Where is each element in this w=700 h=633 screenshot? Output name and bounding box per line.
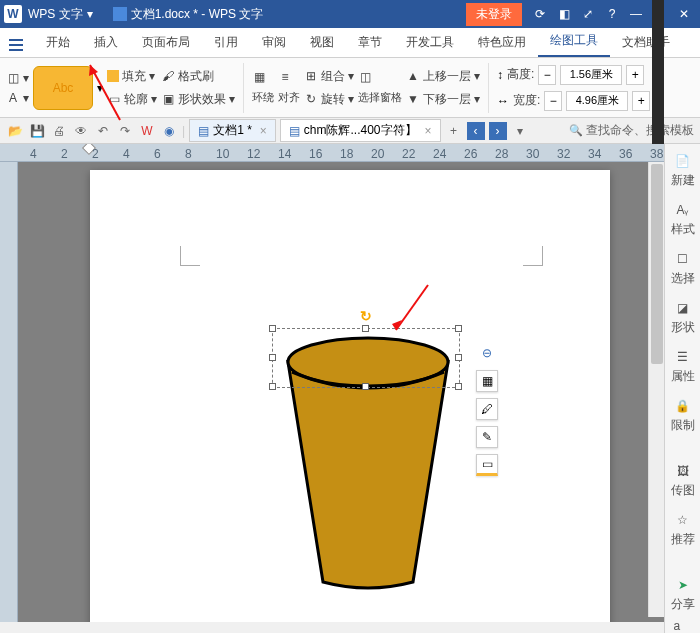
tab-page-layout[interactable]: 页面布局: [130, 28, 202, 57]
side-share[interactable]: ➤分享: [671, 576, 695, 613]
selection-handle[interactable]: [269, 354, 276, 361]
recommend-icon: ☆: [674, 511, 692, 529]
selection-box[interactable]: [272, 328, 460, 388]
float-outline-icon[interactable]: ✎: [476, 426, 498, 448]
shape-effect-button[interactable]: ▣形状效果 ▾: [161, 91, 235, 108]
minimize-button[interactable]: —: [624, 4, 648, 24]
side-recommend[interactable]: ☆推荐: [671, 511, 695, 548]
tab-references[interactable]: 引用: [202, 28, 250, 57]
shape-style-preview[interactable]: Abc: [33, 66, 93, 110]
height-increase-button[interactable]: +: [626, 65, 644, 85]
style-more-icon[interactable]: ▾: [97, 81, 103, 95]
qat-redo-icon[interactable]: ↷: [116, 122, 134, 140]
doc-tab-1[interactable]: ▤ 文档1 * ×: [189, 119, 276, 142]
qat-cloud-icon[interactable]: ◉: [160, 122, 178, 140]
document-icon: [113, 7, 127, 21]
side-select[interactable]: ☐选择: [671, 250, 695, 287]
expand-icon[interactable]: ⤢: [576, 4, 600, 24]
qat-undo-icon[interactable]: ↶: [94, 122, 112, 140]
doc-tab-2[interactable]: ▤ chm陈辉...400字符】 ×: [280, 119, 441, 142]
add-tab-button[interactable]: +: [445, 122, 463, 140]
align-button[interactable]: ≡: [278, 70, 300, 84]
file-menu-button[interactable]: [4, 33, 28, 57]
app-dropdown-icon[interactable]: ▾: [87, 7, 93, 21]
text-box-button[interactable]: A▾: [6, 91, 29, 105]
scrollbar-thumb[interactable]: [651, 164, 663, 364]
float-fill-icon[interactable]: 🖊: [476, 398, 498, 420]
qat-preview-icon[interactable]: 👁: [72, 122, 90, 140]
height-icon: ↕: [497, 68, 503, 82]
selection-handle[interactable]: [455, 354, 462, 361]
qat-print-icon[interactable]: 🖨: [50, 122, 68, 140]
tab-insert[interactable]: 插入: [82, 28, 130, 57]
selection-handle[interactable]: [362, 325, 369, 332]
height-decrease-button[interactable]: −: [538, 65, 556, 85]
width-icon: ↔: [497, 94, 509, 108]
side-properties[interactable]: ☰属性: [671, 348, 695, 385]
vertical-ruler[interactable]: [0, 162, 18, 622]
qat-save-icon[interactable]: 💾: [28, 122, 46, 140]
backward-icon: ▼: [406, 92, 420, 106]
rotate-handle[interactable]: ↻: [360, 308, 372, 324]
close-tab-icon[interactable]: ×: [425, 124, 432, 138]
selection-handle[interactable]: [455, 325, 462, 332]
rotate-icon: ↻: [304, 92, 318, 106]
tab-nav-left[interactable]: ‹: [467, 122, 485, 140]
tab-start[interactable]: 开始: [34, 28, 82, 57]
selection-handle[interactable]: [269, 325, 276, 332]
sync-icon[interactable]: ⟳: [528, 4, 552, 24]
side-legend[interactable]: 🖼传图: [671, 462, 695, 499]
tab-nav-right[interactable]: ›: [489, 122, 507, 140]
width-increase-button[interactable]: +: [632, 91, 650, 111]
login-badge[interactable]: 未登录: [466, 3, 522, 26]
float-wrap-icon[interactable]: ▦: [476, 370, 498, 392]
side-styles[interactable]: Aᵧ样式: [671, 201, 695, 238]
selection-handle[interactable]: [362, 383, 369, 390]
search-box[interactable]: 🔍 查找命令、搜索模板: [569, 122, 694, 139]
close-button[interactable]: ✕: [672, 4, 696, 24]
text-box-icon: A: [6, 91, 20, 105]
tab-chapter[interactable]: 章节: [346, 28, 394, 57]
tab-drawing-tools[interactable]: 绘图工具: [538, 26, 610, 57]
group-button[interactable]: ⊞组合 ▾: [304, 68, 354, 85]
selection-handle[interactable]: [269, 383, 276, 390]
float-effect-icon[interactable]: ▭: [476, 454, 498, 476]
fill-button[interactable]: 填充 ▾: [107, 68, 157, 85]
side-translate[interactable]: a中翻译: [671, 625, 695, 633]
outline-button[interactable]: ▭轮廓 ▾: [107, 91, 157, 108]
side-new[interactable]: 📄新建: [671, 152, 695, 189]
horizontal-ruler[interactable]: 422468101214161820222426283032343638: [0, 144, 700, 162]
skin-icon[interactable]: ◧: [552, 4, 576, 24]
send-backward-button[interactable]: ▼下移一层 ▾: [406, 91, 480, 108]
width-input[interactable]: [566, 91, 628, 111]
bring-forward-button[interactable]: ▲上移一层 ▾: [406, 68, 480, 85]
tab-doc-helper[interactable]: 文档助手: [610, 28, 682, 57]
layout-options-icon[interactable]: ⊖: [476, 342, 498, 364]
vertical-scrollbar[interactable]: [648, 162, 664, 617]
qat-wps-icon[interactable]: W: [138, 122, 156, 140]
tab-list-button[interactable]: ▾: [511, 122, 529, 140]
qat-open-icon[interactable]: 📂: [6, 122, 24, 140]
height-input[interactable]: [560, 65, 622, 85]
document-canvas[interactable]: ↻ ⊖ ▦ 🖊 ✎ ▭: [18, 162, 700, 622]
ruler-tick: 10: [216, 147, 229, 161]
side-limit[interactable]: 🔒限制: [671, 397, 695, 434]
format-painter-button[interactable]: 🖌格式刷: [161, 68, 235, 85]
ruler-tick: 18: [340, 147, 353, 161]
tab-special[interactable]: 特色应用: [466, 28, 538, 57]
side-shape[interactable]: ◪形状: [671, 299, 695, 336]
width-decrease-button[interactable]: −: [544, 91, 562, 111]
close-tab-icon[interactable]: ×: [260, 124, 267, 138]
selection-handle[interactable]: [455, 383, 462, 390]
selection-pane-button[interactable]: ◫: [358, 70, 402, 84]
wrap-button[interactable]: ▦: [252, 70, 274, 84]
doc-icon: ▤: [289, 124, 300, 138]
help-icon[interactable]: ?: [600, 4, 624, 24]
edit-shape-button[interactable]: ◫▾: [6, 71, 29, 85]
tab-review[interactable]: 审阅: [250, 28, 298, 57]
tab-view[interactable]: 视图: [298, 28, 346, 57]
share-icon: ➤: [674, 576, 692, 594]
rotate-button[interactable]: ↻旋转 ▾: [304, 91, 354, 108]
ruler-tick: 20: [371, 147, 384, 161]
tab-developer[interactable]: 开发工具: [394, 28, 466, 57]
